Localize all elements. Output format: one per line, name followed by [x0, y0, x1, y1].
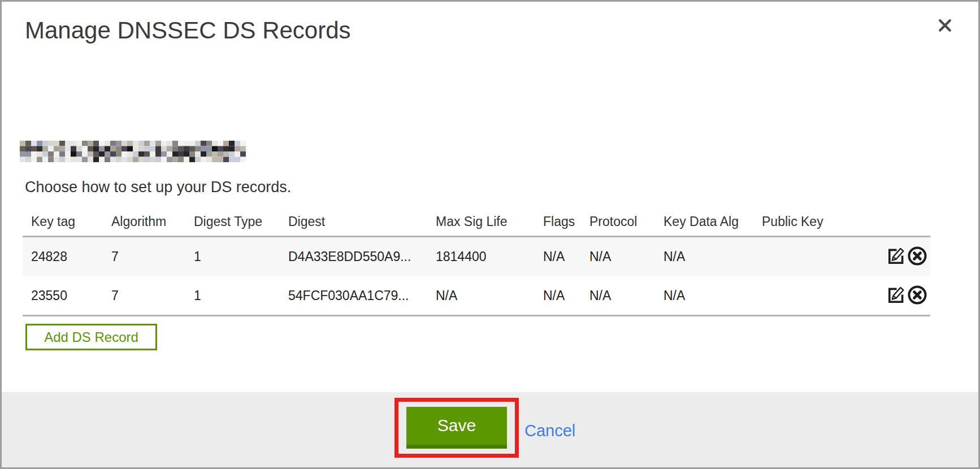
- col-header-key-data-alg: Key Data Alg: [655, 214, 753, 229]
- cell-flags: N/A: [535, 288, 581, 303]
- cell-actions: [881, 284, 930, 307]
- delete-icon: [907, 284, 928, 307]
- cell-key-data-alg: N/A: [655, 249, 753, 264]
- table-row: 24828 7 1 D4A33E8DD550A9... 1814400 N/A …: [23, 237, 930, 276]
- col-header-flags: Flags: [535, 214, 581, 229]
- cell-digest-type: 1: [185, 249, 280, 264]
- col-header-digest-type: Digest Type: [185, 214, 280, 229]
- redacted-domain: [20, 141, 246, 162]
- cell-digest: D4A33E8DD550A9...: [280, 249, 427, 264]
- table-header-row: Key tag Algorithm Digest Type Digest Max…: [23, 208, 930, 236]
- cell-digest-type: 1: [185, 288, 280, 303]
- col-header-digest: Digest: [280, 214, 427, 229]
- cell-max-sig-life: N/A: [427, 288, 535, 303]
- cell-flags: N/A: [535, 249, 581, 264]
- dnssec-dialog-window: Manage DNSSEC DS Records Choose how to s…: [0, 0, 980, 469]
- col-header-algorithm: Algorithm: [103, 214, 185, 229]
- cell-key-data-alg: N/A: [655, 288, 753, 303]
- cell-max-sig-life: 1814400: [427, 249, 535, 264]
- page-title: Manage DNSSEC DS Records: [25, 17, 351, 44]
- cell-actions: [881, 245, 930, 268]
- add-ds-record-button[interactable]: Add DS Record: [25, 324, 157, 350]
- cell-algorithm: 7: [103, 288, 185, 303]
- save-button[interactable]: Save: [406, 407, 507, 449]
- col-header-max-sig-life: Max Sig Life: [427, 214, 535, 229]
- cancel-link[interactable]: Cancel: [524, 422, 575, 440]
- delete-icon: [907, 245, 928, 268]
- cell-algorithm: 7: [103, 249, 185, 264]
- cell-key-tag: 24828: [23, 249, 103, 264]
- cell-key-tag: 23550: [23, 288, 103, 303]
- save-annotation-box: Save: [394, 398, 519, 458]
- delete-record-button[interactable]: [907, 245, 928, 268]
- delete-record-button[interactable]: [907, 284, 928, 307]
- close-icon: [936, 17, 953, 36]
- cell-protocol: N/A: [581, 249, 655, 264]
- cell-protocol: N/A: [581, 288, 655, 303]
- edit-record-button[interactable]: [886, 246, 907, 268]
- col-header-key-tag: Key tag: [23, 214, 103, 229]
- ds-records-table: Key tag Algorithm Digest Type Digest Max…: [23, 208, 930, 316]
- edit-icon: [886, 285, 907, 307]
- intro-text: Choose how to set up your DS records.: [25, 179, 291, 196]
- edit-record-button[interactable]: [886, 285, 907, 307]
- table-body: 24828 7 1 D4A33E8DD550A9... 1814400 N/A …: [23, 236, 930, 316]
- col-header-public-key: Public Key: [753, 214, 881, 229]
- close-button[interactable]: [933, 14, 957, 38]
- table-row: 23550 7 1 54FCF030AA1C79... N/A N/A N/A …: [23, 276, 930, 315]
- col-header-protocol: Protocol: [581, 214, 655, 229]
- edit-icon: [886, 246, 907, 268]
- cell-digest: 54FCF030AA1C79...: [280, 288, 427, 303]
- dialog-footer: Save Cancel: [2, 392, 978, 467]
